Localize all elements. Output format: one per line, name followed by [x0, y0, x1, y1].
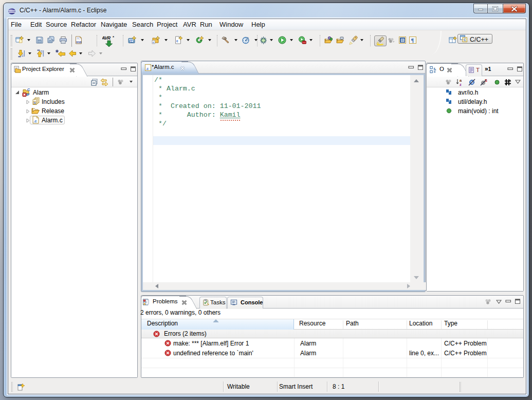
svg-text:.c: .c [33, 119, 37, 123]
svg-text:c: c [176, 39, 178, 43]
svg-text:C: C [464, 38, 466, 42]
svg-text:C: C [27, 88, 30, 92]
svg-text:AVR: AVR [102, 35, 112, 41]
svg-text:*: * [113, 35, 115, 40]
svg-text:.c: .c [146, 67, 149, 70]
svg-text:z: z [460, 82, 462, 86]
svg-text:010: 010 [76, 40, 82, 44]
svg-text:c: c [153, 41, 154, 44]
svg-text:h: h [34, 101, 35, 104]
